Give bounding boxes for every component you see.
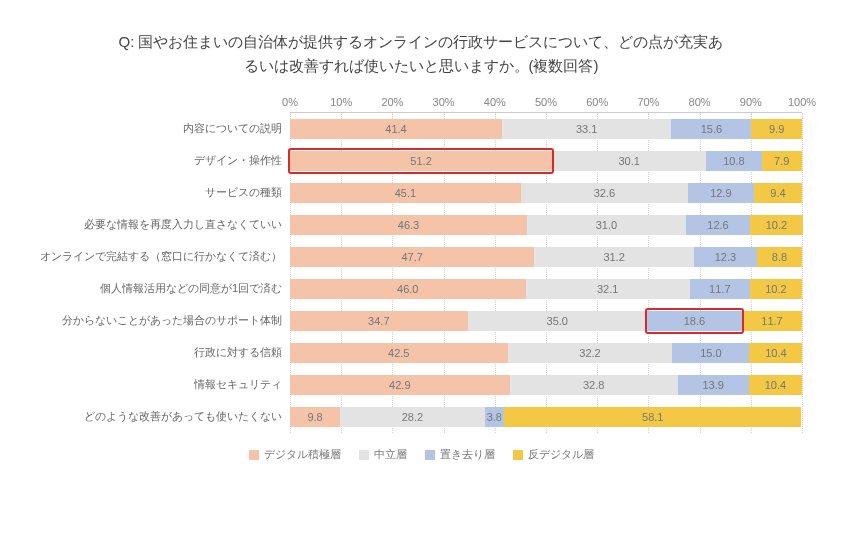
bar-segment: 30.1 (552, 151, 706, 171)
bar-segment: 31.0 (527, 215, 686, 235)
bar-segment: 35.0 (468, 311, 647, 331)
bar-row: 46.331.012.610.2 (290, 209, 802, 241)
bar-segment: 31.2 (534, 247, 694, 267)
bar-segment: 45.1 (290, 183, 521, 203)
legend-item: 中立層 (359, 447, 407, 462)
legend-item: 反デジタル層 (513, 447, 594, 462)
category-label: 必要な情報を再度入力し直さなくていい (40, 208, 290, 240)
x-tick: 30% (433, 96, 455, 108)
legend-label: 反デジタル層 (528, 447, 594, 462)
x-tick: 20% (381, 96, 403, 108)
x-axis: 0%10%20%30%40%50%60%70%80%90%100% (290, 96, 802, 112)
bar-segment: 12.9 (688, 183, 754, 203)
bar-segment: 33.1 (502, 119, 671, 139)
category-label: 行政に対する信頼 (40, 336, 290, 368)
bar-row: 45.132.612.99.4 (290, 177, 802, 209)
category-label: 個人情報活用などの同意が1回で済む (40, 272, 290, 304)
category-label: オンラインで完結する（窓口に行かなくて済む） (40, 240, 290, 272)
bar-segment: 12.3 (694, 247, 757, 267)
bar-segment: 41.4 (290, 119, 502, 139)
category-label: 分からないことがあった場合のサポート体制 (40, 304, 290, 336)
legend-swatch (425, 450, 435, 460)
bar-segment: 13.9 (678, 375, 749, 395)
bar-row: 41.433.115.69.9 (290, 113, 802, 145)
bar-segment: 12.6 (686, 215, 751, 235)
legend-item: デジタル積極層 (249, 447, 341, 462)
legend: デジタル積極層中立層置き去り層反デジタル層 (40, 447, 802, 462)
x-tick: 90% (740, 96, 762, 108)
bar-segment: 58.1 (504, 407, 801, 427)
bar-segment: 10.4 (749, 375, 802, 395)
category-label: サービスの種類 (40, 176, 290, 208)
legend-swatch (249, 450, 259, 460)
bar-segment: 47.7 (290, 247, 534, 267)
y-axis-labels: 内容についての説明デザイン・操作性サービスの種類必要な情報を再度入力し直さなくて… (40, 96, 290, 433)
category-label: デザイン・操作性 (40, 144, 290, 176)
x-tick: 70% (637, 96, 659, 108)
x-tick: 40% (484, 96, 506, 108)
bar-segment: 32.1 (526, 279, 690, 299)
bar-segment: 9.9 (751, 119, 802, 139)
bar-segment: 28.2 (340, 407, 484, 427)
title-line2: るいは改善すれば使いたいと思いますか。(複数回答) (244, 57, 599, 74)
bar-segment: 10.2 (750, 215, 802, 235)
legend-swatch (359, 450, 369, 460)
bar-row: 42.532.215.010.4 (290, 337, 802, 369)
bar-segment: 8.8 (757, 247, 802, 267)
gridline (802, 113, 803, 433)
legend-label: 置き去り層 (440, 447, 495, 462)
x-tick: 60% (586, 96, 608, 108)
bar-row: 46.032.111.710.2 (290, 273, 802, 305)
plot-wrap: 0%10%20%30%40%50%60%70%80%90%100% 41.433… (290, 96, 802, 433)
bar-row: 34.735.018.611.7 (290, 305, 802, 337)
legend-label: 中立層 (374, 447, 407, 462)
x-tick: 10% (330, 96, 352, 108)
x-tick: 0% (282, 96, 298, 108)
bar-segment: 10.4 (749, 343, 802, 363)
title-line1: Q: 国やお住まいの自治体が提供するオンラインの行政サービスについて、どの点が充… (118, 33, 723, 50)
x-tick: 50% (535, 96, 557, 108)
bar-segment: 3.8 (485, 407, 504, 427)
bar-segment: 9.8 (290, 407, 340, 427)
bar-segment: 15.6 (671, 119, 751, 139)
bar-segment: 9.4 (754, 183, 802, 203)
bar-row: 47.731.212.38.8 (290, 241, 802, 273)
legend-item: 置き去り層 (425, 447, 495, 462)
bar-segment: 32.6 (521, 183, 688, 203)
bar-segment: 18.6 (647, 311, 742, 331)
plot: 41.433.115.69.951.230.110.87.945.132.612… (290, 112, 802, 433)
category-label: どのような改善があっても使いたくない (40, 400, 290, 432)
bar-segment: 32.8 (510, 375, 678, 395)
chart-title: Q: 国やお住まいの自治体が提供するオンラインの行政サービスについて、どの点が充… (40, 30, 802, 78)
legend-label: デジタル積極層 (264, 447, 341, 462)
bar-segment: 32.2 (508, 343, 673, 363)
bar-segment: 51.2 (290, 151, 552, 171)
bar-row: 51.230.110.87.9 (290, 145, 802, 177)
bar-row: 9.828.23.858.1 (290, 401, 802, 433)
legend-swatch (513, 450, 523, 460)
category-label: 内容についての説明 (40, 112, 290, 144)
category-label: 情報セキュリティ (40, 368, 290, 400)
bar-segment: 42.5 (290, 343, 508, 363)
bar-segment: 10.2 (750, 279, 802, 299)
bar-segment: 34.7 (290, 311, 468, 331)
bar-segment: 11.7 (742, 311, 802, 331)
x-tick: 100% (788, 96, 816, 108)
bar-row: 42.932.813.910.4 (290, 369, 802, 401)
bar-segment: 7.9 (762, 151, 802, 171)
x-tick: 80% (689, 96, 711, 108)
bar-segment: 42.9 (290, 375, 510, 395)
bar-segment: 46.3 (290, 215, 527, 235)
bar-segment: 46.0 (290, 279, 526, 299)
bar-segment: 10.8 (706, 151, 761, 171)
bar-segment: 11.7 (690, 279, 750, 299)
bar-segment: 15.0 (672, 343, 749, 363)
chart-area: 内容についての説明デザイン・操作性サービスの種類必要な情報を再度入力し直さなくて… (40, 96, 802, 433)
